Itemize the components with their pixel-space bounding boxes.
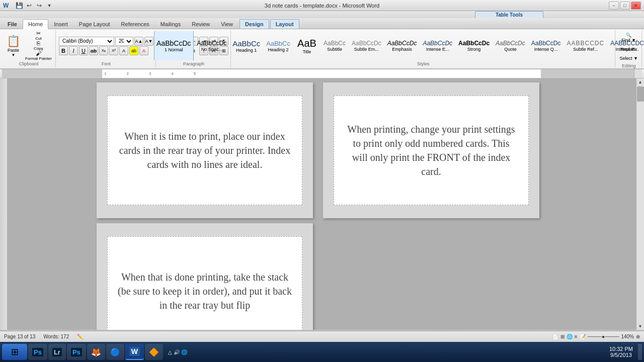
style-h1-label: Heading 1 xyxy=(236,48,257,53)
tab-file[interactable]: File xyxy=(2,19,23,29)
tab-insert[interactable]: Insert xyxy=(48,19,73,29)
tab-page-layout[interactable]: Page Layout xyxy=(73,19,116,29)
font-name-select[interactable]: Calibri (Body) xyxy=(59,37,114,46)
card-page-3: When that is done printing, take the sta… xyxy=(97,223,313,330)
vertical-scrollbar[interactable]: ▲ ▼ xyxy=(636,78,644,330)
document-pages: When it is time to print, place our inde… xyxy=(0,78,636,330)
tab-home[interactable]: Home xyxy=(23,19,48,29)
page-row-1: When it is time to print, place our inde… xyxy=(97,82,539,218)
font-color-btn[interactable]: A xyxy=(139,46,148,55)
tab-references[interactable]: References xyxy=(116,19,155,29)
style-intenseemph-label: Intense E... xyxy=(426,47,449,52)
tab-mailings[interactable]: Mailings xyxy=(155,19,186,29)
style-subtleref-btn[interactable]: AaBbCcDc Subtle Ref... xyxy=(564,31,607,60)
style-subtleemph-btn[interactable]: AaBbCcDc Subtle Em... xyxy=(349,31,384,60)
start-button[interactable]: ⊞ xyxy=(2,344,27,360)
style-intenseemph-btn[interactable]: AaBbCcDc Intense E... xyxy=(420,31,455,60)
style-normal-btn[interactable]: AaBbCcDc 1 Normal xyxy=(154,31,193,60)
show-desktop-btn[interactable] xyxy=(638,344,642,360)
card-page-1: When it is time to print, place our inde… xyxy=(97,82,313,218)
scroll-thumb[interactable] xyxy=(637,86,644,102)
scroll-down-btn[interactable]: ▼ xyxy=(638,324,642,329)
decrease-font-btn[interactable]: A▼ xyxy=(144,37,153,46)
view-draft-btn[interactable]: 📝 xyxy=(580,334,586,339)
taskbar-firefox[interactable]: 🦊 xyxy=(87,344,105,360)
font-size-select[interactable]: 20 xyxy=(115,37,133,46)
select-btn[interactable]: Select ▼ xyxy=(618,54,639,62)
font-row-1: Calibri (Body) 20 A▲ A▼ xyxy=(59,37,153,46)
text-effects-btn[interactable]: A xyxy=(119,46,128,55)
save-quick-btn[interactable]: 💾 xyxy=(15,1,24,10)
zoom-in-btn[interactable]: ⊕ xyxy=(636,334,640,339)
zoom-slider[interactable]: ────●──── xyxy=(588,334,619,339)
underline-btn[interactable]: U xyxy=(79,46,88,55)
style-h2-btn[interactable]: AaBbCc Heading 2 xyxy=(264,31,293,60)
cut-btn[interactable]: ✂ Cut xyxy=(24,31,53,40)
taskbar-adobe-ps[interactable]: Ps xyxy=(28,344,47,360)
title-bar-left: W 💾 ↩ ↪ ▼ xyxy=(3,1,56,10)
style-emphasis-btn[interactable]: AaBbCcDc Emphasis xyxy=(385,31,420,60)
restore-btn[interactable]: □ xyxy=(620,2,630,10)
view-web-btn[interactable]: 🌐 xyxy=(567,334,573,339)
card-inner-3[interactable]: When that is done printing, take the sta… xyxy=(107,236,302,330)
scroll-up-btn[interactable]: ▲ xyxy=(638,79,642,84)
style-subtitle-label: Subtitle xyxy=(327,47,342,52)
increase-font-btn[interactable]: A▲ xyxy=(134,37,143,46)
view-fullscreen-btn[interactable]: ⊞ xyxy=(560,334,565,339)
qa-dropdown-btn[interactable]: ▼ xyxy=(45,1,54,10)
style-h2-label: Heading 2 xyxy=(268,47,289,52)
clipboard-content: 📋 Paste ▼ ✂ Cut ⎘ Copy 🖌 Format Painter xyxy=(4,31,53,60)
style-emphasis-label: Emphasis xyxy=(392,47,412,52)
style-subtitle-btn[interactable]: AaBbCc Subtitle xyxy=(321,31,348,60)
minimize-btn[interactable]: − xyxy=(609,2,619,10)
style-subtleref-preview: AaBbCcDc xyxy=(567,40,604,47)
style-nospace-btn[interactable]: AaBbCcDc No Spac... xyxy=(195,31,229,60)
find-btn[interactable]: 🔍 Find ▼ xyxy=(618,31,639,44)
copy-icon: ⎘ xyxy=(37,41,40,46)
strikethrough-btn[interactable]: ab xyxy=(89,46,98,55)
taskbar-tray: △ 🔊 🌐 xyxy=(164,349,191,355)
view-outline-btn[interactable]: ≡ xyxy=(575,334,578,339)
table-tools-label: Table Tools xyxy=(475,11,543,18)
status-bar: Page 13 of 13 Words: 172 ✏️ 📄 ⊞ 🌐 ≡ 📝 ──… xyxy=(0,331,644,342)
highlight-btn[interactable]: ab xyxy=(129,46,138,55)
style-emphasis-preview: AaBbCcDc xyxy=(387,40,417,47)
style-h1-btn[interactable]: AaBbCc Heading 1 xyxy=(230,31,263,60)
taskbar-photoshop[interactable]: Ps xyxy=(67,344,86,360)
vertical-ruler xyxy=(0,78,7,330)
undo-quick-btn[interactable]: ↩ xyxy=(25,1,34,10)
tab-layout[interactable]: Layout xyxy=(270,19,299,29)
copy-btn[interactable]: ⎘ Copy xyxy=(24,41,53,50)
font-content: Calibri (Body) 20 A▲ A▼ B I U ab X₂ X² A xyxy=(59,31,153,60)
subscript-btn[interactable]: X₂ xyxy=(99,46,108,55)
taskbar-chrome[interactable]: 🔵 xyxy=(106,344,124,360)
tab-design[interactable]: Design xyxy=(239,19,269,29)
editing-group: 🔍 Find ▼ Replace Select ▼ Editing xyxy=(616,30,642,67)
format-painter-btn[interactable]: 🖌 Format Painter xyxy=(24,51,53,60)
superscript-btn[interactable]: X² xyxy=(109,46,118,55)
taskbar-vlc[interactable]: 🔶 xyxy=(145,344,163,360)
style-strong-btn[interactable]: AaBbCcDc Strong xyxy=(456,31,492,60)
page-status: Page 13 of 13 xyxy=(4,334,35,339)
replace-btn[interactable]: Replace xyxy=(618,45,639,53)
redo-quick-btn[interactable]: ↪ xyxy=(35,1,44,10)
card-inner-1[interactable]: When it is time to print, place our inde… xyxy=(107,96,302,205)
taskbar-word[interactable]: W xyxy=(125,344,144,360)
close-btn[interactable]: ✕ xyxy=(631,2,641,10)
bold-btn[interactable]: B xyxy=(59,46,68,55)
style-h1-preview: AaBbCc xyxy=(232,39,260,48)
style-title-btn[interactable]: AaB Title xyxy=(294,31,320,60)
italic-btn[interactable]: I xyxy=(69,46,78,55)
style-intenseq-btn[interactable]: AaBbCcDc Intense Q... xyxy=(529,31,564,60)
chrome-icon: 🔵 xyxy=(110,347,120,357)
card-inner-2[interactable]: When printing, change your print setting… xyxy=(334,96,529,205)
tab-view[interactable]: View xyxy=(215,19,238,29)
tab-review[interactable]: Review xyxy=(186,19,215,29)
paste-btn[interactable]: 📋 Paste ▼ xyxy=(4,33,23,59)
taskbar-lr[interactable]: Lr xyxy=(48,344,66,360)
view-print-btn[interactable]: 📄 xyxy=(552,334,558,339)
ruler-mark-4: 4 xyxy=(171,71,173,76)
style-title-preview: AaB xyxy=(297,38,316,49)
style-quote-btn[interactable]: AaBbCcDc Quote xyxy=(493,31,528,60)
start-icon: ⊞ xyxy=(11,346,19,357)
